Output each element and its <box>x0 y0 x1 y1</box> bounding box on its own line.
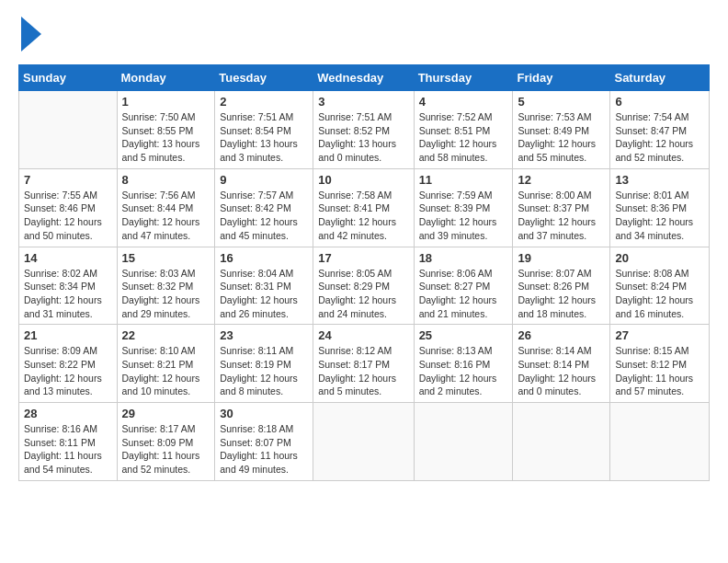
day-info: Sunrise: 8:17 AMSunset: 8:09 PMDaylight:… <box>122 422 210 477</box>
day-info: Sunrise: 8:15 AMSunset: 8:12 PMDaylight:… <box>615 344 704 398</box>
day-info: Sunrise: 8:14 AMSunset: 8:14 PMDaylight:… <box>518 344 605 398</box>
calendar-cell: 26Sunrise: 8:14 AMSunset: 8:14 PMDayligh… <box>513 325 610 403</box>
day-info: Sunrise: 8:06 AMSunset: 8:27 PMDaylight:… <box>419 267 508 321</box>
weekday-header-sunday: Sunday <box>19 65 118 91</box>
calendar-cell: 8Sunrise: 7:56 AMSunset: 8:44 PMDaylight… <box>117 168 215 247</box>
day-info: Sunrise: 8:10 AMSunset: 8:21 PMDaylight:… <box>122 344 210 398</box>
calendar-cell <box>610 403 710 481</box>
calendar-week-4: 28Sunrise: 8:16 AMSunset: 8:11 PMDayligh… <box>19 403 710 481</box>
day-info: Sunrise: 8:03 AMSunset: 8:32 PMDaylight:… <box>122 267 210 321</box>
calendar-cell: 28Sunrise: 8:16 AMSunset: 8:11 PMDayligh… <box>19 403 118 481</box>
weekday-header-thursday: Thursday <box>414 65 513 91</box>
calendar-week-2: 14Sunrise: 8:02 AMSunset: 8:34 PMDayligh… <box>19 247 710 325</box>
day-number: 23 <box>220 328 308 342</box>
day-number: 8 <box>122 173 210 187</box>
day-number: 30 <box>220 407 308 420</box>
day-info: Sunrise: 8:16 AMSunset: 8:11 PMDaylight:… <box>24 422 112 477</box>
day-number: 15 <box>122 251 210 265</box>
svg-marker-0 <box>21 17 41 52</box>
calendar-cell: 9Sunrise: 7:57 AMSunset: 8:42 PMDaylight… <box>215 168 313 247</box>
day-info: Sunrise: 8:04 AMSunset: 8:31 PMDaylight:… <box>220 267 308 321</box>
calendar-cell: 22Sunrise: 8:10 AMSunset: 8:21 PMDayligh… <box>117 325 215 403</box>
calendar-table: SundayMondayTuesdayWednesdayThursdayFrid… <box>18 64 710 481</box>
day-info: Sunrise: 7:51 AMSunset: 8:54 PMDaylight:… <box>220 110 308 165</box>
calendar-cell: 7Sunrise: 7:55 AMSunset: 8:46 PMDaylight… <box>19 168 118 247</box>
day-number: 12 <box>518 173 605 187</box>
calendar-cell: 18Sunrise: 8:06 AMSunset: 8:27 PMDayligh… <box>414 247 513 325</box>
calendar-week-3: 21Sunrise: 8:09 AMSunset: 8:22 PMDayligh… <box>19 325 710 403</box>
calendar-cell: 1Sunrise: 7:50 AMSunset: 8:55 PMDaylight… <box>117 91 215 169</box>
calendar-cell: 20Sunrise: 8:08 AMSunset: 8:24 PMDayligh… <box>610 247 710 325</box>
day-info: Sunrise: 8:01 AMSunset: 8:36 PMDaylight:… <box>615 189 704 243</box>
day-number: 28 <box>24 407 112 420</box>
day-info: Sunrise: 8:05 AMSunset: 8:29 PMDaylight:… <box>318 267 408 321</box>
day-number: 27 <box>615 328 704 342</box>
weekday-header-tuesday: Tuesday <box>215 65 313 91</box>
day-info: Sunrise: 8:18 AMSunset: 8:07 PMDaylight:… <box>220 422 308 477</box>
day-number: 17 <box>318 251 408 265</box>
page: SundayMondayTuesdayWednesdayThursdayFrid… <box>0 0 728 563</box>
calendar-week-1: 7Sunrise: 7:55 AMSunset: 8:46 PMDaylight… <box>19 168 710 247</box>
calendar-cell: 25Sunrise: 8:13 AMSunset: 8:16 PMDayligh… <box>414 325 513 403</box>
day-info: Sunrise: 7:52 AMSunset: 8:51 PMDaylight:… <box>419 110 508 165</box>
day-number: 1 <box>122 95 210 109</box>
day-info: Sunrise: 7:54 AMSunset: 8:47 PMDaylight:… <box>615 110 704 165</box>
day-info: Sunrise: 7:55 AMSunset: 8:46 PMDaylight:… <box>24 189 112 243</box>
calendar-cell: 6Sunrise: 7:54 AMSunset: 8:47 PMDaylight… <box>610 91 710 169</box>
weekday-header-monday: Monday <box>117 65 215 91</box>
day-info: Sunrise: 8:00 AMSunset: 8:37 PMDaylight:… <box>518 189 605 243</box>
day-number: 25 <box>419 328 508 342</box>
day-number: 19 <box>518 251 605 265</box>
day-number: 18 <box>419 251 508 265</box>
calendar-cell: 3Sunrise: 7:51 AMSunset: 8:52 PMDaylight… <box>313 91 414 169</box>
day-number: 4 <box>419 95 508 109</box>
day-info: Sunrise: 8:02 AMSunset: 8:34 PMDaylight:… <box>24 267 112 321</box>
calendar-cell: 24Sunrise: 8:12 AMSunset: 8:17 PMDayligh… <box>313 325 414 403</box>
header <box>18 17 710 55</box>
day-number: 6 <box>615 95 704 109</box>
day-number: 22 <box>122 328 210 342</box>
calendar-cell <box>414 403 513 481</box>
calendar-cell: 17Sunrise: 8:05 AMSunset: 8:29 PMDayligh… <box>313 247 414 325</box>
day-number: 26 <box>518 328 605 342</box>
day-info: Sunrise: 7:57 AMSunset: 8:42 PMDaylight:… <box>220 189 308 243</box>
day-info: Sunrise: 7:59 AMSunset: 8:39 PMDaylight:… <box>419 189 508 243</box>
day-info: Sunrise: 8:12 AMSunset: 8:17 PMDaylight:… <box>318 344 408 398</box>
calendar-cell <box>19 91 118 169</box>
day-number: 7 <box>24 173 112 187</box>
calendar-cell: 4Sunrise: 7:52 AMSunset: 8:51 PMDaylight… <box>414 91 513 169</box>
calendar-cell: 10Sunrise: 7:58 AMSunset: 8:41 PMDayligh… <box>313 168 414 247</box>
day-number: 20 <box>615 251 704 265</box>
logo <box>18 17 41 55</box>
calendar-cell: 11Sunrise: 7:59 AMSunset: 8:39 PMDayligh… <box>414 168 513 247</box>
calendar-cell: 30Sunrise: 8:18 AMSunset: 8:07 PMDayligh… <box>215 403 313 481</box>
calendar-cell: 23Sunrise: 8:11 AMSunset: 8:19 PMDayligh… <box>215 325 313 403</box>
calendar-cell: 14Sunrise: 8:02 AMSunset: 8:34 PMDayligh… <box>19 247 118 325</box>
calendar-cell: 5Sunrise: 7:53 AMSunset: 8:49 PMDaylight… <box>513 91 610 169</box>
day-info: Sunrise: 8:11 AMSunset: 8:19 PMDaylight:… <box>220 344 308 398</box>
day-info: Sunrise: 8:09 AMSunset: 8:22 PMDaylight:… <box>24 344 112 398</box>
day-number: 10 <box>318 173 408 187</box>
day-number: 2 <box>220 95 308 109</box>
calendar-cell: 29Sunrise: 8:17 AMSunset: 8:09 PMDayligh… <box>117 403 215 481</box>
day-number: 9 <box>220 173 308 187</box>
weekday-header-row: SundayMondayTuesdayWednesdayThursdayFrid… <box>19 65 710 91</box>
day-number: 5 <box>518 95 605 109</box>
day-number: 29 <box>122 407 210 420</box>
day-number: 11 <box>419 173 508 187</box>
day-info: Sunrise: 7:51 AMSunset: 8:52 PMDaylight:… <box>318 110 408 165</box>
calendar-cell: 12Sunrise: 8:00 AMSunset: 8:37 PMDayligh… <box>513 168 610 247</box>
calendar-cell: 13Sunrise: 8:01 AMSunset: 8:36 PMDayligh… <box>610 168 710 247</box>
day-info: Sunrise: 7:53 AMSunset: 8:49 PMDaylight:… <box>518 110 605 165</box>
day-number: 3 <box>318 95 408 109</box>
calendar-cell <box>513 403 610 481</box>
calendar-cell: 16Sunrise: 8:04 AMSunset: 8:31 PMDayligh… <box>215 247 313 325</box>
weekday-header-saturday: Saturday <box>610 65 710 91</box>
day-info: Sunrise: 8:07 AMSunset: 8:26 PMDaylight:… <box>518 267 605 321</box>
calendar-cell: 19Sunrise: 8:07 AMSunset: 8:26 PMDayligh… <box>513 247 610 325</box>
day-info: Sunrise: 7:56 AMSunset: 8:44 PMDaylight:… <box>122 189 210 243</box>
day-info: Sunrise: 8:08 AMSunset: 8:24 PMDaylight:… <box>615 267 704 321</box>
weekday-header-wednesday: Wednesday <box>313 65 414 91</box>
calendar-week-0: 1Sunrise: 7:50 AMSunset: 8:55 PMDaylight… <box>19 91 710 169</box>
calendar-cell: 27Sunrise: 8:15 AMSunset: 8:12 PMDayligh… <box>610 325 710 403</box>
